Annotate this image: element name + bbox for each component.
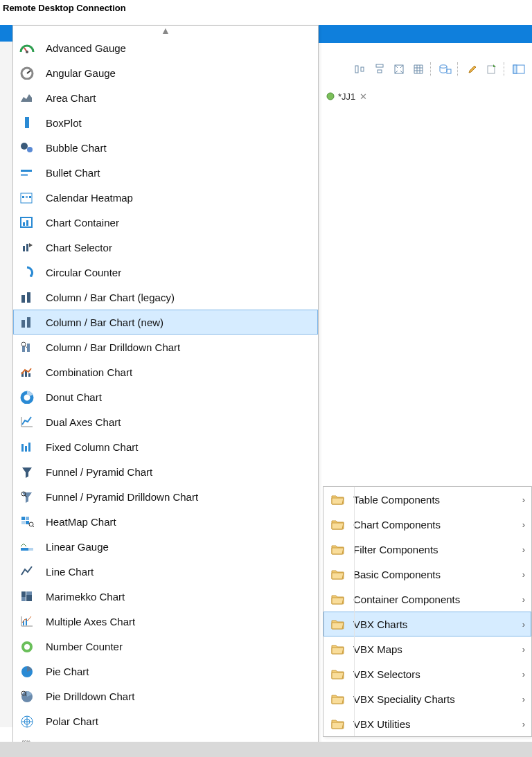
pie-icon	[19, 664, 35, 679]
folder-open-icon	[331, 569, 345, 580]
chart-type-label: Column / Bar Chart (legacy)	[46, 292, 175, 303]
chart-type-label: Calendar Heatmap	[46, 192, 133, 204]
chevron-right-icon: ›	[517, 594, 531, 605]
folder-open-icon	[331, 519, 345, 530]
context-menu-item[interactable]: VBX Selectors›	[323, 661, 531, 686]
context-menu-label: Container Components	[353, 594, 517, 605]
context-menu-label: Filter Components	[353, 544, 517, 555]
context-menu-label: Table Components	[353, 494, 517, 506]
folder-open-icon	[331, 643, 345, 654]
chart-type-item[interactable]: Angular Gauge	[13, 60, 318, 85]
chart-type-item[interactable]: Bullet Chart	[13, 160, 318, 185]
chart-type-item[interactable]: Chart Selector	[13, 235, 318, 260]
context-menu-item[interactable]: VBX Speciality Charts›	[323, 686, 531, 711]
component-context-menu: Table Components›Chart Components›Filter…	[323, 486, 532, 737]
gauge-ang-icon	[19, 65, 35, 80]
svg-rect-9	[513, 65, 517, 73]
folder-open-icon	[331, 718, 345, 729]
chart-type-label: Chart Selector	[46, 242, 112, 253]
align-horizontal-icon[interactable]	[351, 61, 369, 78]
editor-tab[interactable]: *JJ1 ✕	[323, 90, 371, 103]
chart-type-item[interactable]: Funnel / Pyramid Chart	[13, 459, 318, 484]
chart-type-label: Linear Gauge	[46, 541, 109, 553]
chart-type-item[interactable]: Polar Chart	[13, 709, 318, 733]
chart-type-label: Dual Axes Chart	[46, 416, 121, 428]
toolbar-separator	[430, 62, 434, 76]
export-icon[interactable]	[483, 61, 501, 78]
tab-close-icon[interactable]: ✕	[358, 91, 369, 102]
svg-rect-2	[376, 64, 383, 67]
chart-type-item[interactable]: Dual Axes Chart	[13, 409, 318, 434]
folder-open-icon	[331, 618, 345, 630]
chart-type-item[interactable]: Multiple Axes Chart	[13, 609, 318, 634]
chart-type-label: Column / Bar Chart (new)	[46, 317, 163, 328]
chart-type-item[interactable]: Linear Gauge	[13, 534, 318, 559]
chart-type-item[interactable]: Area Chart	[13, 85, 318, 110]
layout-icon[interactable]	[510, 61, 528, 78]
context-menu-item[interactable]: Container Components›	[323, 587, 531, 612]
chart-type-item[interactable]: Column / Bar Chart (legacy)	[13, 285, 318, 310]
folder-open-icon	[331, 668, 345, 679]
context-menu-item[interactable]: VBX Maps›	[323, 636, 531, 661]
context-menu-item[interactable]: Filter Components›	[323, 537, 531, 562]
context-menu-item[interactable]: VBX Utilities›	[323, 711, 531, 736]
chart-type-item[interactable]: Column / Bar Chart (new)	[13, 310, 318, 335]
grid-icon[interactable]	[409, 61, 427, 78]
folder-open-icon	[331, 494, 345, 505]
chart-type-item[interactable]: Advanced Gauge	[13, 35, 318, 60]
chart-type-item[interactable]: Circular Counter	[13, 260, 318, 285]
context-menu-item[interactable]: Basic Components›	[323, 562, 531, 587]
col-new-icon	[19, 314, 35, 330]
maximize-icon[interactable]	[390, 61, 408, 78]
chart-type-item[interactable]: Column / Bar Drilldown Chart	[13, 335, 318, 359]
multi-icon	[19, 614, 35, 629]
context-menu-item[interactable]: Chart Components›	[323, 512, 531, 537]
context-menu-label: VBX Selectors	[353, 668, 517, 680]
chart-type-label: Advanced Gauge	[46, 42, 126, 54]
data-source-icon[interactable]	[436, 61, 454, 78]
context-menu-item[interactable]: VBX Charts›	[323, 612, 531, 636]
chart-type-item[interactable]: Fixed Column Chart	[13, 434, 318, 459]
chart-type-label: Multiple Axes Chart	[46, 616, 135, 627]
chart-type-label: Line Chart	[46, 566, 94, 578]
titlebar: Remote Desktop Connection	[0, 0, 532, 21]
chart-type-item[interactable]: Pie Drilldown Chart	[13, 684, 318, 709]
chevron-right-icon: ›	[517, 519, 531, 530]
svg-point-5	[440, 65, 447, 68]
chevron-right-icon: ›	[517, 694, 531, 704]
chart-type-item[interactable]: HeatMap Chart	[13, 509, 318, 534]
circ-icon	[19, 265, 35, 280]
chart-type-item[interactable]: Donut Chart	[13, 384, 318, 409]
scroll-up-arrow[interactable]: ▲	[13, 26, 318, 35]
chart-type-label: Combination Chart	[46, 366, 132, 378]
chart-type-item[interactable]: Bubble Chart	[13, 135, 318, 160]
toolbar-separator	[457, 62, 461, 76]
chart-type-item[interactable]: BoxPlot	[13, 110, 318, 135]
chart-type-item[interactable]: Pie Chart	[13, 659, 318, 684]
collapsed-side-panel[interactable]	[0, 42, 13, 727]
brush-icon[interactable]	[463, 61, 481, 78]
linear-icon	[19, 539, 35, 554]
bubble-icon	[19, 140, 35, 155]
chart-type-item[interactable]: Chart Container	[13, 210, 318, 235]
chevron-right-icon: ›	[517, 544, 531, 555]
col-drill-icon	[19, 339, 35, 355]
chart-type-item[interactable]: Calendar Heatmap	[13, 185, 318, 210]
chart-type-item[interactable]: Combination Chart	[13, 359, 318, 384]
chart-type-label: Area Chart	[46, 92, 96, 104]
chart-type-item[interactable]: Marimekko Chart	[13, 584, 318, 609]
area-icon	[19, 90, 35, 105]
context-menu-item[interactable]: Table Components›	[323, 487, 531, 512]
align-vertical-icon[interactable]	[371, 61, 389, 78]
chart-type-label: Funnel / Pyramid Drilldown Chart	[46, 491, 198, 503]
context-menu-label: VBX Utilities	[353, 718, 517, 730]
chart-type-label: Number Counter	[46, 641, 123, 652]
chart-type-item[interactable]: Line Chart	[13, 559, 318, 584]
titlebar-text: Remote Desktop Connection	[3, 3, 126, 13]
chart-type-item[interactable]: Funnel / Pyramid Drilldown Chart	[13, 484, 318, 509]
chart-type-label: BoxPlot	[46, 117, 82, 129]
chart-type-item[interactable]: Number Counter	[13, 634, 318, 659]
chart-type-label: Pie Chart	[46, 666, 89, 677]
context-menu-label: Basic Components	[353, 569, 517, 580]
tab-doc-icon	[326, 91, 335, 101]
